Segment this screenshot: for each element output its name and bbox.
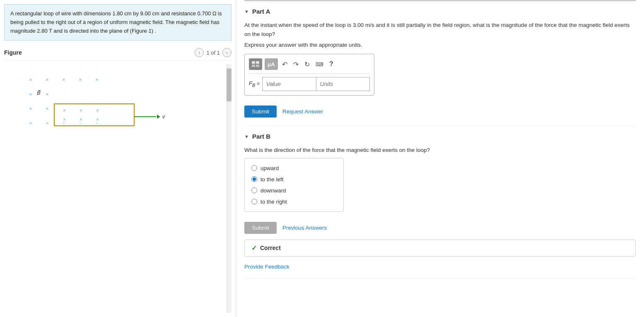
provide-feedback-link[interactable]: Provide Feedback — [244, 264, 289, 270]
b-field-cross-1: × — [29, 77, 32, 83]
part-a-toolbar: μA ↶ ↷ ↻ ⌨ ? — [249, 58, 370, 74]
option-to-the-left[interactable]: to the left — [251, 174, 337, 185]
radio-to-the-right[interactable] — [251, 199, 257, 204]
figure-title: Figure — [4, 49, 22, 56]
part-a-question: At the instant when the speed of the loo… — [244, 21, 636, 38]
part-a-submit-row: Submit Request Answer — [244, 106, 636, 118]
b-field-cross-9: × — [46, 106, 49, 112]
figure-page: 1 of 1 — [206, 50, 220, 56]
option-to-the-left-label: to the left — [260, 176, 284, 183]
previous-answers-link[interactable]: Previous Answers — [282, 225, 327, 231]
fb-label: FB = — [249, 80, 260, 88]
check-icon: ✓ — [251, 244, 257, 252]
grid-tool-button[interactable] — [249, 58, 262, 70]
help-button[interactable]: ? — [328, 60, 335, 69]
svg-rect-0 — [252, 61, 255, 64]
option-downward[interactable]: downward — [251, 185, 337, 196]
part-b-submit-row: Submit Previous Answers — [244, 222, 636, 234]
arrow-head — [157, 115, 160, 119]
part-a-input-row: FB = — [249, 77, 370, 91]
figure-header: Figure ‹ 1 of 1 › — [4, 45, 232, 61]
part-a-express: Express your answer with the appropriate… — [244, 42, 636, 48]
part-b-submit-button[interactable]: Submit — [244, 222, 277, 234]
figure-area: Figure ‹ 1 of 1 › × × × × × × × B⃗ × × × — [0, 45, 236, 317]
option-upward[interactable]: upward — [251, 163, 337, 174]
b-field-cross-3: × — [62, 77, 65, 83]
value-input[interactable] — [262, 77, 316, 91]
radio-to-the-left[interactable] — [251, 176, 257, 182]
left-panel: A rectangular loop of wire with dimensio… — [0, 0, 236, 317]
redo-button[interactable]: ↷ — [292, 60, 300, 69]
b-field-cross-11: × — [46, 120, 49, 126]
velocity-label: v — [162, 113, 165, 120]
b-field-label: B⃗ — [36, 90, 40, 96]
part-b-question: What is the direction of the force that … — [244, 146, 636, 155]
part-a-header[interactable]: ▼ Part A — [244, 8, 636, 15]
loop-cross-2: × — [80, 108, 82, 113]
right-panel: ▼ Part A At the instant when the speed o… — [236, 0, 644, 317]
loop-cross-1: × — [63, 108, 66, 113]
figure-canvas: × × × × × × × B⃗ × × × × × × × × × × — [4, 64, 232, 313]
velocity-arrow: v — [135, 113, 165, 120]
option-to-the-right-label: to the right — [260, 199, 287, 205]
scroll-bar[interactable] — [227, 64, 232, 313]
radio-upward[interactable] — [251, 165, 257, 171]
part-b-section: ▼ Part B What is the direction of the fo… — [244, 126, 636, 279]
problem-text: A rectangular loop of wire with dimensio… — [4, 4, 232, 41]
b-field-cross-6: × — [29, 91, 32, 97]
b-field-cross-10: × — [29, 120, 32, 126]
option-to-the-right[interactable]: to the right — [251, 196, 337, 207]
keyboard-button[interactable]: ⌨ — [314, 60, 325, 68]
next-figure-button[interactable]: › — [222, 48, 232, 57]
b-field-cross-7: × — [46, 91, 49, 97]
option-upward-label: upward — [260, 165, 279, 171]
undo-button[interactable]: ↶ — [280, 60, 289, 69]
part-a-answer-box: μA ↶ ↷ ↻ ⌨ ? FB = — [244, 54, 374, 96]
refresh-button[interactable]: ↻ — [303, 60, 311, 69]
svg-rect-2 — [252, 65, 255, 67]
loop-cross-4: × — [63, 117, 66, 122]
b-field-cross-5: × — [95, 77, 99, 83]
scroll-thumb[interactable] — [227, 68, 232, 101]
part-b-collapse-icon: ▼ — [244, 134, 249, 139]
part-a-title: Part A — [252, 8, 270, 15]
radio-downward[interactable] — [251, 187, 257, 193]
wire-loop: × × × × × × — [54, 103, 135, 126]
part-a-collapse-icon: ▼ — [244, 9, 249, 14]
part-a-section: ▼ Part A At the instant when the speed o… — [244, 1, 636, 126]
units-input[interactable] — [316, 77, 370, 91]
loop-cross-5: × — [80, 117, 82, 122]
radio-options-box: upward to the left downward to the right — [244, 158, 344, 212]
part-a-submit-button[interactable]: Submit — [244, 106, 277, 118]
problem-statement: A rectangular loop of wire with dimensio… — [10, 10, 222, 34]
part-b-header[interactable]: ▼ Part B — [244, 133, 636, 140]
svg-rect-3 — [256, 65, 259, 67]
svg-rect-1 — [256, 61, 259, 64]
correct-text: Correct — [260, 245, 281, 251]
prev-figure-button[interactable]: ‹ — [195, 48, 204, 57]
part-b-title: Part B — [252, 133, 270, 140]
mu-tool-button[interactable]: μA — [265, 58, 278, 70]
correct-badge: ✓ Correct — [244, 240, 636, 257]
b-field-cross-2: × — [46, 77, 49, 83]
arrow-line — [135, 116, 156, 117]
request-answer-link[interactable]: Request Answer — [282, 108, 323, 115]
figure-navigation: ‹ 1 of 1 › — [195, 48, 232, 57]
option-downward-label: downward — [260, 187, 286, 194]
b-field-cross-4: × — [79, 77, 82, 83]
b-field-cross-8: × — [29, 106, 32, 112]
loop-cross-3: × — [96, 108, 99, 113]
loop-cross-6: × — [96, 117, 99, 122]
